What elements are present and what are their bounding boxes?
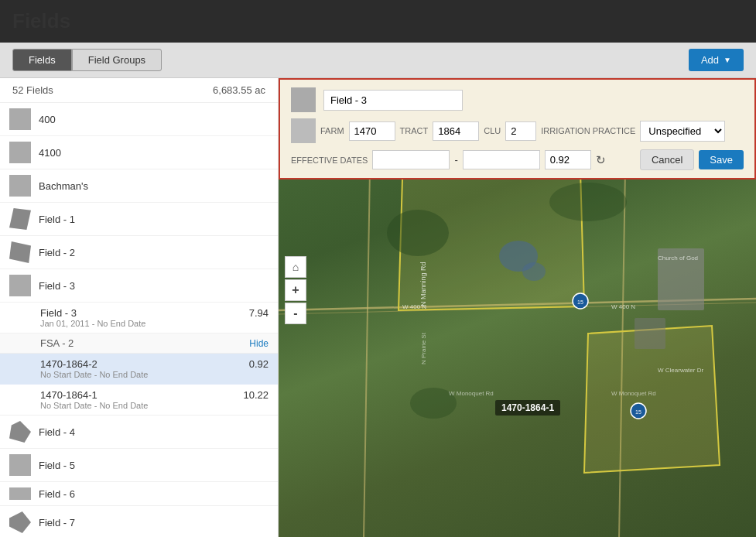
date-separator: - xyxy=(454,154,457,166)
total-area: 6,683.55 ac xyxy=(213,84,265,96)
field-icon xyxy=(9,421,31,443)
map-container: N Manning Rd W 400 N W 400 N W Monoquet … xyxy=(279,78,756,537)
fsa-item-name: 1470-1864-2 xyxy=(40,358,249,370)
fsa-hide-button[interactable]: Hide xyxy=(249,338,269,349)
field-name-label: Field - 7 xyxy=(39,517,269,528)
field-name-label: Field - 4 xyxy=(39,426,269,438)
svg-point-7 xyxy=(522,262,546,281)
list-item[interactable]: 4100 xyxy=(0,136,278,169)
add-arrow-icon: ▼ xyxy=(724,56,731,64)
tract-input[interactable] xyxy=(433,121,479,141)
field-count: 52 Fields xyxy=(12,84,53,96)
list-item[interactable]: Field - 2 xyxy=(0,236,278,269)
field-icon xyxy=(9,142,31,163)
list-item[interactable]: Field - 1 xyxy=(0,203,278,236)
field-name-label: Field - 5 xyxy=(39,460,269,471)
list-item[interactable]: Bachman's xyxy=(0,169,278,203)
date-from-input[interactable] xyxy=(372,150,450,169)
svg-point-9 xyxy=(549,183,627,221)
field-icon xyxy=(9,511,31,533)
map-zoom-in-button[interactable]: + xyxy=(285,279,306,301)
map-field-label: 1470-1864-1 xyxy=(495,400,560,416)
field-name-input[interactable] xyxy=(323,90,463,111)
svg-rect-12 xyxy=(635,318,665,349)
add-button[interactable]: Add ▼ xyxy=(689,49,744,71)
fsa-item-area: 10.22 xyxy=(243,389,269,401)
field-name-label: 4100 xyxy=(39,147,269,159)
field3-area: 7.94 xyxy=(249,307,269,319)
list-item[interactable]: Field - 6 xyxy=(0,482,278,506)
map-zoom-out-button[interactable]: - xyxy=(285,303,306,324)
header: Fields xyxy=(0,0,756,43)
field-name-label: Field - 6 xyxy=(39,488,269,500)
sidebar-stats: 52 Fields 6,683.55 ac xyxy=(0,78,278,103)
field-icon xyxy=(9,487,31,500)
field-icon xyxy=(9,175,31,197)
fsa-label: FSA - 2 xyxy=(40,337,74,349)
farm-input[interactable] xyxy=(349,121,395,141)
svg-text:W 400 N: W 400 N xyxy=(611,303,635,310)
edit-row-1 xyxy=(291,87,744,112)
svg-text:15: 15 xyxy=(577,299,583,305)
field-name-label: 400 xyxy=(39,114,269,125)
field-icon xyxy=(9,275,31,296)
fsa-group-header: FSA - 2 Hide xyxy=(0,333,278,354)
field-icon xyxy=(9,108,31,130)
cancel-button[interactable]: Cancel xyxy=(640,149,694,170)
refresh-icon[interactable]: ↻ xyxy=(596,153,606,167)
sidebar: 52 Fields 6,683.55 ac 400 4100 Bachman's… xyxy=(0,78,279,537)
svg-text:W 400 N: W 400 N xyxy=(402,303,426,310)
toolbar: Fields Field Groups Add ▼ xyxy=(0,43,756,78)
field-icon xyxy=(9,208,31,230)
field3-detail-info: Field - 3 Jan 01, 2011 - No End Date xyxy=(40,307,249,328)
map-home-button[interactable]: ⌂ xyxy=(285,256,306,278)
tab-fields[interactable]: Fields xyxy=(12,49,72,71)
svg-text:N Manning Rd: N Manning Rd xyxy=(419,262,427,306)
add-label: Add xyxy=(701,54,719,66)
list-item[interactable]: Field - 7 xyxy=(0,506,278,537)
fsa-item-info: 1470-1864-2 No Start Date - No End Date xyxy=(40,358,249,379)
field3-date-range: Jan 01, 2011 - No End Date xyxy=(40,319,249,328)
svg-text:Church of God: Church of God xyxy=(658,255,698,262)
fsa-item[interactable]: 1470-1864-1 No Start Date - No End Date … xyxy=(0,385,278,416)
clu-label: CLU xyxy=(484,126,501,135)
field-name-label: Field - 1 xyxy=(39,214,269,225)
field-icon xyxy=(9,454,31,476)
svg-text:W Clearwater Dr: W Clearwater Dr xyxy=(658,367,703,374)
svg-text:W Monoquet Rd: W Monoquet Rd xyxy=(449,390,494,397)
date-to-input[interactable] xyxy=(463,150,540,169)
tract-label: TRACT xyxy=(400,126,429,135)
map-controls: ⌂ + - xyxy=(285,256,306,324)
edit-row-2: FARM TRACT CLU IRRIGATION PRACTICE Unspe… xyxy=(291,118,744,143)
svg-text:N Prairie St: N Prairie St xyxy=(420,332,427,364)
fsa-item-date: No Start Date - No End Date xyxy=(40,370,249,379)
save-button[interactable]: Save xyxy=(699,150,744,169)
field-icon xyxy=(9,241,31,263)
list-item[interactable]: 400 xyxy=(0,103,278,136)
irrigation-select[interactable]: Unspecified Irrigated Non-Irrigated xyxy=(640,121,725,142)
field3-detail[interactable]: Field - 3 Jan 01, 2011 - No End Date 7.9… xyxy=(0,303,278,333)
page-title: Fields xyxy=(12,9,744,33)
farm-label: FARM xyxy=(320,126,344,135)
fsa-item-name: 1470-1864-1 xyxy=(40,389,243,401)
fsa-item[interactable]: 1470-1864-2 No Start Date - No End Date … xyxy=(0,354,278,385)
list-item[interactable]: Field - 4 xyxy=(0,416,278,449)
area-input[interactable] xyxy=(545,150,591,169)
fsa-item-area: 0.92 xyxy=(249,358,269,370)
irrigation-label: IRRIGATION PRACTICE xyxy=(541,126,635,135)
fsa-item-info: 1470-1864-1 No Start Date - No End Date xyxy=(40,389,243,410)
farm-thumb xyxy=(291,118,316,143)
edit-panel: FARM TRACT CLU IRRIGATION PRACTICE Unspe… xyxy=(279,78,756,180)
svg-point-8 xyxy=(387,210,449,256)
list-item[interactable]: Field - 3 xyxy=(0,269,278,303)
list-item[interactable]: Field - 5 xyxy=(0,449,278,482)
edit-row-3: EFFECTIVE DATES - ↻ Cancel Save xyxy=(291,149,744,170)
tab-group: Fields Field Groups xyxy=(12,49,162,71)
field-name-label: Bachman's xyxy=(39,180,269,192)
fsa-item-date: No Start Date - No End Date xyxy=(40,401,243,410)
svg-text:15: 15 xyxy=(635,409,641,415)
clu-input[interactable] xyxy=(505,121,536,141)
svg-text:W Monoquet Rd: W Monoquet Rd xyxy=(611,390,656,397)
field-name-label: Field - 3 xyxy=(39,280,269,292)
tab-field-groups[interactable]: Field Groups xyxy=(72,49,162,71)
